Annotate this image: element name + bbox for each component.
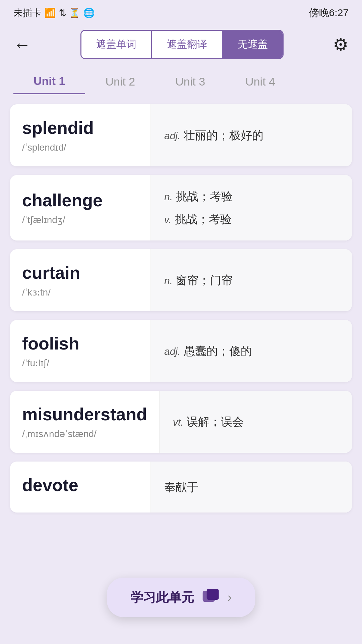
word-left: foolish /ˈfuːlɪʃ/: [10, 320, 151, 382]
settings-button[interactable]: ⚙: [333, 35, 349, 55]
word-text: challenge: [22, 190, 138, 210]
cta-label: 学习此单元: [130, 589, 194, 606]
chevron-right-icon: ›: [228, 590, 232, 605]
table-row: misunderstand /ˌmɪsʌndəˈstænd/ vt. 误解；误会: [10, 391, 352, 453]
word-text: devote: [22, 475, 138, 495]
svg-rect-1: [207, 589, 219, 600]
word-right: n. 挑战；考验 v. 挑战；考验: [151, 175, 352, 240]
tab-unit4[interactable]: Unit 4: [225, 69, 295, 94]
status-time: 傍晚6:27: [309, 6, 349, 20]
word-meaning: 奉献于: [164, 478, 339, 496]
word-text: curtain: [22, 263, 138, 283]
word-phonetic: /ˈfuːlɪʃ/: [22, 358, 138, 369]
unit-tabs: Unit 1 Unit 2 Unit 3 Unit 4: [0, 66, 362, 104]
table-row: challenge /ˈtʃælɪndʒ/ n. 挑战；考验 v. 挑战；考验: [10, 175, 352, 240]
filter-hide-word[interactable]: 遮盖单词: [81, 31, 152, 58]
table-row: foolish /ˈfuːlɪʃ/ adj. 愚蠢的；傻的: [10, 320, 352, 382]
word-meaning: n. 挑战；考验: [164, 187, 339, 205]
word-left: curtain /ˈkɜːtn/: [10, 249, 151, 311]
word-left: misunderstand /ˌmɪsʌndəˈstænd/: [10, 391, 160, 453]
status-left: 未插卡 📶 ⇅ ⏳ 🌐: [13, 7, 95, 19]
word-right: 奉献于: [151, 462, 352, 513]
filter-group: 遮盖单词 遮盖翻译 无遮盖: [80, 30, 284, 59]
status-right: 傍晚6:27: [309, 6, 349, 20]
table-row: splendid /ˈsplendɪd/ adj. 壮丽的；极好的: [10, 104, 352, 166]
word-meaning: adj. 壮丽的；极好的: [164, 126, 339, 144]
word-left: splendid /ˈsplendɪd/: [10, 104, 151, 166]
top-nav: ← 遮盖单词 遮盖翻译 无遮盖 ⚙: [0, 23, 362, 66]
word-list: splendid /ˈsplendɪd/ adj. 壮丽的；极好的 challe…: [0, 104, 362, 513]
word-text: misunderstand: [22, 404, 147, 424]
word-phonetic: /ˈsplendɪd/: [22, 142, 138, 153]
tab-unit1[interactable]: Unit 1: [13, 69, 85, 94]
word-meaning: vt. 误解；误会: [173, 413, 339, 431]
word-left: devote: [10, 462, 151, 513]
cards-icon: [202, 588, 220, 606]
table-row: curtain /ˈkɜːtn/ n. 窗帘；门帘: [10, 249, 352, 311]
filter-no-hide[interactable]: 无遮盖: [223, 31, 283, 58]
word-text: foolish: [22, 333, 138, 354]
word-meaning: n. 窗帘；门帘: [164, 271, 339, 289]
tab-unit2[interactable]: Unit 2: [85, 69, 155, 94]
word-phonetic: /ˌmɪsʌndəˈstænd/: [22, 428, 147, 439]
status-bar: 未插卡 📶 ⇅ ⏳ 🌐 傍晚6:27: [0, 0, 362, 23]
word-meaning: adj. 愚蠢的；傻的: [164, 342, 339, 360]
table-row: devote 奉献于: [10, 462, 352, 513]
word-right: adj. 愚蠢的；傻的: [151, 320, 352, 382]
word-phonetic: /ˈtʃælɪndʒ/: [22, 214, 138, 225]
study-unit-button[interactable]: 学习此单元 ›: [107, 578, 255, 617]
word-text: splendid: [22, 118, 138, 138]
word-right: adj. 壮丽的；极好的: [151, 104, 352, 166]
tab-unit3[interactable]: Unit 3: [155, 69, 225, 94]
word-left: challenge /ˈtʃælɪndʒ/: [10, 175, 151, 240]
word-right: n. 窗帘；门帘: [151, 249, 352, 311]
filter-hide-trans[interactable]: 遮盖翻译: [152, 31, 223, 58]
word-meaning-2: v. 挑战；考验: [164, 210, 339, 228]
word-right: vt. 误解；误会: [160, 391, 352, 453]
word-phonetic: /ˈkɜːtn/: [22, 287, 138, 298]
status-left-text: 未插卡 📶 ⇅ ⏳ 🌐: [13, 7, 95, 19]
back-button[interactable]: ←: [13, 36, 31, 53]
